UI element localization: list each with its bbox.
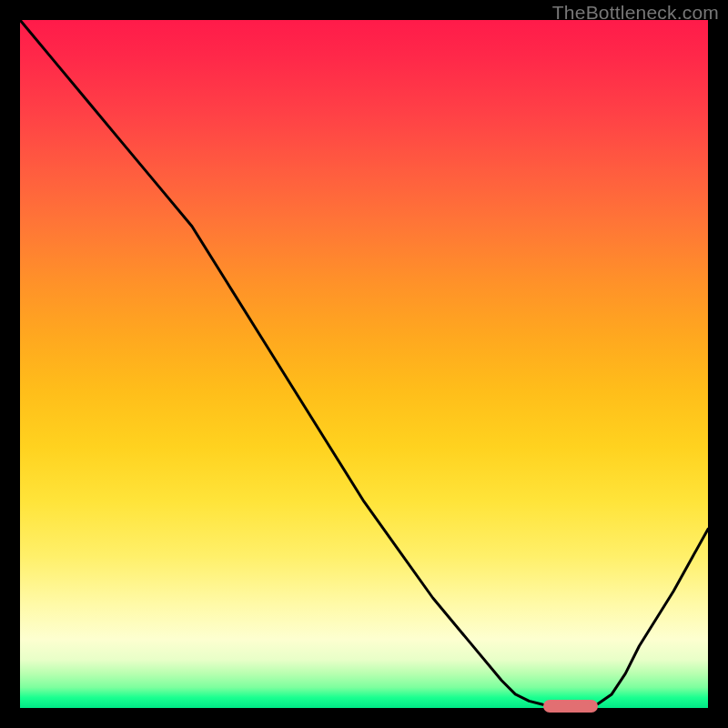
bottleneck-curve [20, 20, 708, 708]
plot-area [20, 20, 708, 708]
optimum-marker [543, 700, 598, 713]
chart-frame: TheBottleneck.com [0, 0, 728, 728]
